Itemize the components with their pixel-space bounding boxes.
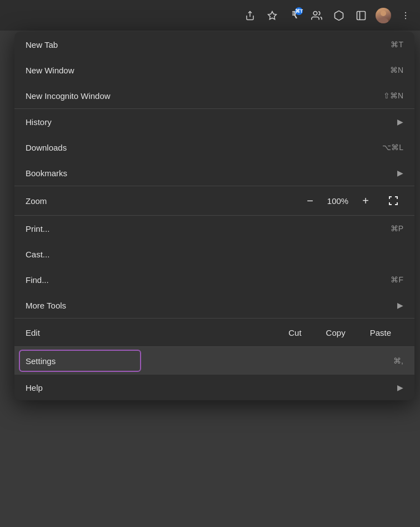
svg-point-8 <box>405 14 406 16</box>
new-tab-item[interactable]: New Tab ⌘T <box>14 32 414 57</box>
rupee-extension-icon[interactable]: ₹ ⌘T <box>284 6 304 26</box>
chrome-menu: New Tab ⌘T New Window ⌘N New Incognito W… <box>14 32 414 400</box>
more-tools-item[interactable]: More Tools ▶ <box>14 292 414 318</box>
find-item[interactable]: Find... ⌘F <box>14 267 414 292</box>
cast-item[interactable]: Cast... <box>14 241 414 267</box>
more-tools-arrow: ▶ <box>397 301 403 310</box>
svg-point-5 <box>381 11 386 16</box>
bookmark-icon[interactable] <box>262 6 282 26</box>
help-arrow: ▶ <box>397 383 403 392</box>
contacts-icon[interactable] <box>307 6 327 26</box>
more-tools-label: More Tools <box>26 301 66 310</box>
svg-point-6 <box>378 18 388 23</box>
browse-section: History ▶ Downloads ⌥⌘L Bookmarks ▶ <box>14 109 414 186</box>
bookmarks-item[interactable]: Bookmarks ▶ <box>14 160 414 186</box>
bookmarks-label: Bookmarks <box>26 168 67 178</box>
new-tabs-section: New Tab ⌘T New Window ⌘N New Incognito W… <box>14 32 414 109</box>
help-item[interactable]: Help ▶ <box>14 375 414 400</box>
new-tab-label: New Tab <box>26 40 58 49</box>
svg-point-2 <box>313 11 317 15</box>
zoom-label: Zoom <box>26 196 299 206</box>
settings-label: Settings <box>26 356 56 366</box>
settings-shortcut: ⌘, <box>393 356 403 365</box>
zoom-row: Zoom − 100% + <box>14 186 414 215</box>
svg-marker-1 <box>268 11 277 19</box>
zoom-section: Zoom − 100% + <box>14 186 414 216</box>
extension-badge: ⌘T <box>295 7 303 15</box>
edit-label: Edit <box>26 328 276 337</box>
new-incognito-shortcut: ⇧⌘N <box>383 91 403 100</box>
zoom-value: 100% <box>321 196 354 206</box>
edit-actions: Cut Copy Paste <box>276 325 403 341</box>
fullscreen-button[interactable] <box>383 191 403 211</box>
downloads-shortcut: ⌥⌘L <box>382 143 403 152</box>
new-tab-shortcut: ⌘T <box>391 40 403 49</box>
paste-button[interactable]: Paste <box>358 325 403 341</box>
user-avatar[interactable] <box>373 6 393 26</box>
tools-section: Print... ⌘P Cast... Find... ⌘F More Tool… <box>14 216 414 319</box>
zoom-out-button[interactable]: − <box>299 191 321 211</box>
new-window-item[interactable]: New Window ⌘N <box>14 57 414 83</box>
cut-button[interactable]: Cut <box>276 325 313 341</box>
settings-item[interactable]: Settings ⌘, <box>14 347 414 375</box>
edit-section: Edit Cut Copy Paste <box>14 319 414 347</box>
print-label: Print... <box>26 224 49 233</box>
new-window-shortcut: ⌘N <box>390 66 403 74</box>
browser-toolbar: ₹ ⌘T <box>0 0 420 31</box>
help-label: Help <box>26 383 43 392</box>
history-label: History <box>26 117 52 127</box>
history-arrow: ▶ <box>397 117 403 126</box>
copy-button[interactable]: Copy <box>314 325 358 341</box>
svg-point-7 <box>405 12 406 13</box>
svg-rect-3 <box>357 11 366 19</box>
find-label: Find... <box>26 275 49 285</box>
print-shortcut: ⌘P <box>391 224 403 233</box>
new-incognito-label: New Incognito Window <box>26 91 111 101</box>
svg-point-9 <box>405 18 406 19</box>
new-incognito-item[interactable]: New Incognito Window ⇧⌘N <box>14 83 414 108</box>
bookmarks-arrow: ▶ <box>397 168 403 177</box>
zoom-in-button[interactable]: + <box>354 191 377 211</box>
sidebar-icon[interactable] <box>351 6 371 26</box>
history-item[interactable]: History ▶ <box>14 109 414 135</box>
more-options-icon[interactable] <box>396 6 416 26</box>
zoom-controls: − 100% + <box>299 191 377 211</box>
downloads-label: Downloads <box>26 143 67 152</box>
print-item[interactable]: Print... ⌘P <box>14 216 414 241</box>
cast-label: Cast... <box>26 250 49 259</box>
share-icon[interactable] <box>240 6 260 26</box>
extensions-icon[interactable] <box>329 6 349 26</box>
new-window-label: New Window <box>26 66 74 75</box>
settings-help-section: Settings ⌘, Help ▶ <box>14 347 414 400</box>
downloads-item[interactable]: Downloads ⌥⌘L <box>14 135 414 160</box>
find-shortcut: ⌘F <box>391 275 403 284</box>
edit-row: Edit Cut Copy Paste <box>14 319 414 346</box>
